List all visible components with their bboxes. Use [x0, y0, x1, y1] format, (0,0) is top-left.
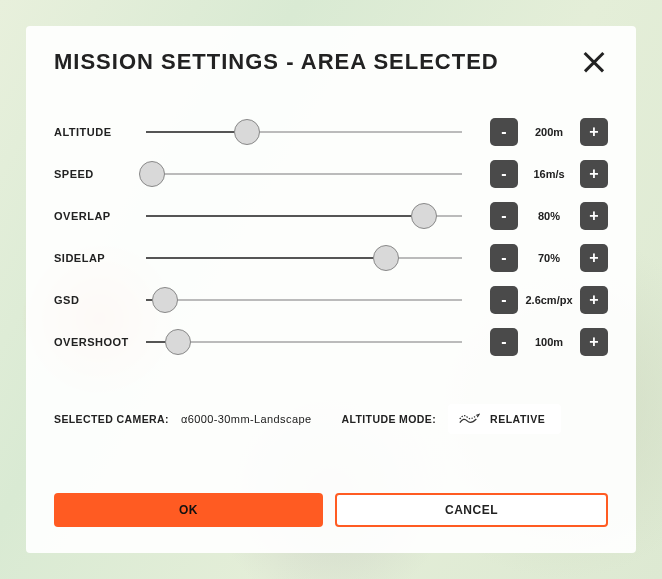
altitude-mode-label: ALTITUDE MODE: — [341, 413, 436, 425]
overshoot-value: 100m — [518, 336, 580, 348]
terrain-follow-icon — [458, 410, 480, 428]
overshoot-increment-button[interactable]: + — [580, 328, 608, 356]
gsd-decrement-button[interactable]: - — [490, 286, 518, 314]
sidelap-stepper: -70%+ — [490, 244, 608, 272]
overlap-label: OVERLAP — [54, 210, 146, 222]
altitude-label: ALTITUDE — [54, 126, 146, 138]
setting-row-altitude: ALTITUDE-200m+ — [54, 118, 608, 146]
sidelap-label: SIDELAP — [54, 252, 146, 264]
footer-buttons: OK CANCEL — [54, 493, 608, 527]
altitude-stepper: -200m+ — [490, 118, 608, 146]
cancel-button[interactable]: CANCEL — [335, 493, 608, 527]
overshoot-slider-thumb[interactable] — [165, 329, 191, 355]
sidelap-increment-button[interactable]: + — [580, 244, 608, 272]
settings-list: ALTITUDE-200m+SPEED-16m/s+OVERLAP-80%+SI… — [54, 118, 608, 356]
overlap-value: 80% — [518, 210, 580, 222]
altitude-slider-thumb[interactable] — [234, 119, 260, 145]
gsd-stepper: -2.6cm/px+ — [490, 286, 608, 314]
altitude-mode-selector[interactable]: RELATIVE — [448, 404, 561, 434]
gsd-increment-button[interactable]: + — [580, 286, 608, 314]
speed-increment-button[interactable]: + — [580, 160, 608, 188]
sidelap-slider[interactable] — [146, 244, 462, 272]
setting-row-sidelap: SIDELAP-70%+ — [54, 244, 608, 272]
overshoot-decrement-button[interactable]: - — [490, 328, 518, 356]
speed-value: 16m/s — [518, 168, 580, 180]
altitude-decrement-button[interactable]: - — [490, 118, 518, 146]
sidelap-slider-thumb[interactable] — [373, 245, 399, 271]
altitude-increment-button[interactable]: + — [580, 118, 608, 146]
overlap-stepper: -80%+ — [490, 202, 608, 230]
setting-row-gsd: GSD-2.6cm/px+ — [54, 286, 608, 314]
mission-settings-panel: MISSION SETTINGS - AREA SELECTED ALTITUD… — [26, 26, 636, 553]
slider-track — [146, 299, 462, 301]
altitude-mode-value: RELATIVE — [490, 413, 545, 425]
setting-row-overlap: OVERLAP-80%+ — [54, 202, 608, 230]
overlap-slider-thumb[interactable] — [411, 203, 437, 229]
gsd-slider[interactable] — [146, 286, 462, 314]
ok-button[interactable]: OK — [54, 493, 323, 527]
slider-fill — [146, 131, 247, 133]
panel-header: MISSION SETTINGS - AREA SELECTED — [54, 48, 608, 76]
slider-track — [146, 341, 462, 343]
sidelap-value: 70% — [518, 252, 580, 264]
selected-camera-label: SELECTED CAMERA: — [54, 413, 169, 425]
speed-stepper: -16m/s+ — [490, 160, 608, 188]
overshoot-slider[interactable] — [146, 328, 462, 356]
gsd-value: 2.6cm/px — [518, 294, 580, 306]
overshoot-label: OVERSHOOT — [54, 336, 146, 348]
overlap-decrement-button[interactable]: - — [490, 202, 518, 230]
setting-row-speed: SPEED-16m/s+ — [54, 160, 608, 188]
overlap-increment-button[interactable]: + — [580, 202, 608, 230]
speed-slider[interactable] — [146, 160, 462, 188]
gsd-label: GSD — [54, 294, 146, 306]
overshoot-stepper: -100m+ — [490, 328, 608, 356]
altitude-value: 200m — [518, 126, 580, 138]
setting-row-overshoot: OVERSHOOT-100m+ — [54, 328, 608, 356]
slider-fill — [146, 257, 386, 259]
speed-label: SPEED — [54, 168, 146, 180]
meta-row: SELECTED CAMERA: α6000-30mm-Landscape AL… — [54, 404, 608, 434]
gsd-slider-thumb[interactable] — [152, 287, 178, 313]
speed-slider-thumb[interactable] — [139, 161, 165, 187]
slider-fill — [146, 215, 424, 217]
speed-decrement-button[interactable]: - — [490, 160, 518, 188]
slider-track — [146, 173, 462, 175]
selected-camera-value: α6000-30mm-Landscape — [181, 413, 312, 425]
overlap-slider[interactable] — [146, 202, 462, 230]
sidelap-decrement-button[interactable]: - — [490, 244, 518, 272]
altitude-slider[interactable] — [146, 118, 462, 146]
panel-title: MISSION SETTINGS - AREA SELECTED — [54, 49, 499, 75]
close-icon[interactable] — [580, 48, 608, 76]
